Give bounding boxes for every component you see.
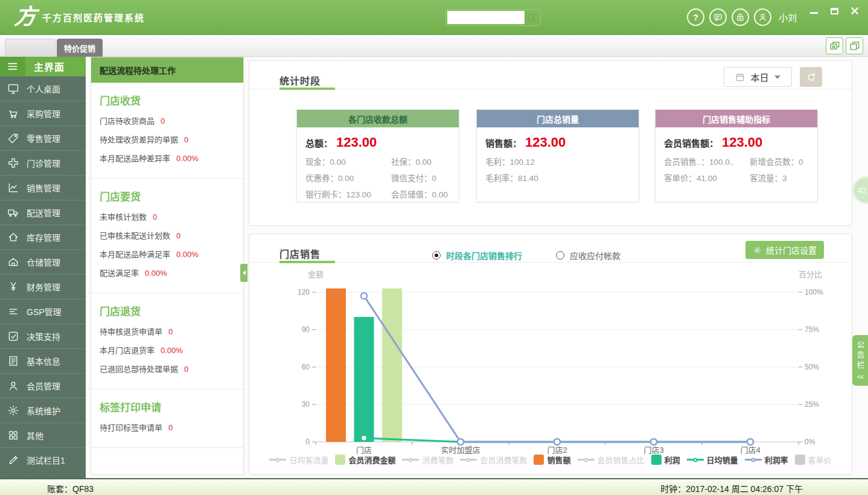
- tab-special-promo[interactable]: 特价促销: [57, 39, 103, 57]
- sidebar-item-13[interactable]: 系统维护: [0, 398, 86, 423]
- floating-badge[interactable]: 42: [852, 176, 868, 204]
- global-search: [445, 9, 541, 26]
- stat-card-0: 各门店收款总额 总额：123.00 现金：0.00社保：0.00优惠券：0.00…: [296, 109, 459, 202]
- legend-line-marker: [745, 459, 762, 461]
- svg-text:50%: 50%: [805, 363, 819, 371]
- task-item[interactable]: 配送满足率0.00%: [100, 267, 235, 278]
- hamburger-icon[interactable]: [0, 57, 25, 76]
- task-item[interactable]: 已退回总部待处理单据0: [100, 363, 235, 374]
- task-section-heading: 标签打印申请: [100, 399, 235, 414]
- sidebar-item-7[interactable]: 仓储管理: [0, 249, 86, 274]
- sidebar-item-9[interactable]: GSP管理: [0, 299, 86, 324]
- sidebar-item-label: 财务管理: [27, 281, 60, 293]
- sidebar-item-10[interactable]: 决策支持: [0, 324, 86, 348]
- calendar-icon: [735, 72, 745, 82]
- sidebar-item-15[interactable]: 测试栏目1: [0, 447, 86, 472]
- legend-item[interactable]: 会员消费金额: [335, 454, 395, 465]
- task-item[interactable]: 本月门店退货率0.00%: [100, 344, 235, 356]
- user-icon[interactable]: [754, 8, 771, 26]
- svg-text:金额: 金额: [308, 270, 324, 279]
- legend-item[interactable]: 利润: [651, 454, 680, 465]
- tab-placeholder[interactable]: [5, 39, 56, 57]
- sidebar-item-label: 会员管理: [27, 380, 60, 392]
- store-settings-button[interactable]: 统计门店设置: [745, 241, 824, 259]
- sidebar-item-6[interactable]: 库存管理: [0, 225, 86, 249]
- svg-text:75%: 75%: [805, 325, 819, 334]
- sidebar-item-label: 零售管理: [27, 132, 60, 144]
- sidebar-item-14[interactable]: 其他: [0, 423, 86, 447]
- close-all-windows-button[interactable]: [826, 37, 843, 54]
- sidebar-item-label: 配送管理: [27, 206, 60, 219]
- sidebar-item-5[interactable]: 配送管理: [0, 200, 86, 225]
- legend-square-marker: [651, 455, 662, 465]
- radio-sales-ranking[interactable]: 时段各门店销售排行: [432, 249, 522, 261]
- task-section: 门店收货 门店待收货商品0 待处理收货差异的单据0 本月配送品种差异率0.00%: [91, 83, 243, 179]
- svg-text:25%: 25%: [805, 400, 819, 409]
- help-icon[interactable]: ?: [687, 8, 704, 26]
- sidebar-item-8[interactable]: 财务管理: [0, 274, 86, 299]
- sidebar-menu: 个人桌面 采购管理 零售管理 门诊管理 销售管理 配送管理 库存管理 仓储管理 …: [0, 76, 86, 472]
- stat-card-title: 门店总销量: [477, 110, 639, 127]
- grid-icon: [0, 429, 27, 441]
- message-icon[interactable]: [709, 8, 727, 26]
- sidebar-item-3[interactable]: 门诊管理: [0, 150, 86, 175]
- task-item[interactable]: 本月配送品种差异率0.00%: [100, 152, 235, 164]
- refresh-icon: [806, 72, 817, 83]
- legend-item[interactable]: 会员消费笔数: [460, 454, 527, 465]
- card-detail-row: 银行刷卡：123.00会员储值：0.00: [305, 188, 450, 200]
- sidebar-header-label: 主界面: [25, 57, 86, 76]
- search-icon[interactable]: [525, 11, 539, 24]
- legend-item[interactable]: 消费笔数: [402, 454, 453, 465]
- card-main-label: 会员销售额：: [664, 136, 718, 149]
- cart-icon: [0, 107, 27, 120]
- lock-icon[interactable]: [732, 8, 749, 26]
- legend-item[interactable]: 日均客流量: [269, 454, 328, 465]
- truck-icon: [0, 206, 27, 219]
- task-item[interactable]: 待处理收货差异的单据0: [100, 133, 235, 145]
- sidebar-item-label: 库存管理: [27, 231, 60, 243]
- legend-item[interactable]: 销售额: [534, 454, 570, 465]
- legend-item[interactable]: 客单价: [795, 454, 832, 465]
- task-item[interactable]: 未审核计划数0: [100, 211, 235, 222]
- window-controls: [809, 5, 860, 17]
- notice-board-tab[interactable]: 公告栏 <<: [852, 335, 868, 386]
- legend-item[interactable]: 会员销售占比: [578, 454, 645, 465]
- radio-receivables[interactable]: 应收应付帐款: [556, 249, 621, 261]
- sidebar-item-0[interactable]: 个人桌面: [0, 76, 86, 101]
- sidebar-item-4[interactable]: 销售管理: [0, 175, 86, 200]
- radio-unselected-icon: [556, 251, 564, 260]
- task-item[interactable]: 门店待收货商品0: [100, 115, 235, 126]
- gsp-icon: [0, 305, 27, 318]
- legend-item[interactable]: 利润率: [745, 454, 788, 465]
- maximize-button[interactable]: [829, 6, 839, 16]
- tile-windows-button[interactable]: [846, 37, 863, 54]
- pencil-icon: [0, 454, 27, 466]
- username[interactable]: 小刘: [779, 11, 797, 24]
- task-item[interactable]: 待打印标签申请单0: [100, 421, 235, 433]
- legend-square-marker: [795, 455, 805, 465]
- sidebar-header[interactable]: 主界面: [0, 57, 86, 76]
- sidebar-item-11[interactable]: 基本信息: [0, 348, 86, 373]
- sidebar-item-12[interactable]: 会员管理: [0, 373, 86, 398]
- tag-icon: [0, 132, 27, 144]
- tab-bar: 特价促销: [0, 35, 868, 57]
- card-main-value: 123.00: [722, 135, 762, 150]
- task-item[interactable]: 待审核退货申请单0: [100, 325, 235, 337]
- task-item[interactable]: 本月配送品种满足率0.00%: [100, 248, 235, 260]
- chart-icon: [0, 182, 27, 194]
- chevron-left-icon: [243, 270, 246, 275]
- task-item[interactable]: 已审核未配送计划数0: [100, 229, 235, 241]
- chart-legend: 日均客流量会员消费金额消费笔数会员消费笔数销售额会员销售占比利润日均销量利润率客…: [249, 454, 852, 465]
- legend-item[interactable]: 日均销量: [687, 454, 738, 465]
- sidebar-item-2[interactable]: 零售管理: [0, 126, 86, 150]
- global-search-input[interactable]: [447, 11, 525, 24]
- svg-text:0: 0: [305, 438, 310, 446]
- close-button[interactable]: [850, 6, 860, 16]
- sidebar-item-label: 个人桌面: [27, 83, 60, 95]
- svg-text:100%: 100%: [805, 288, 823, 296]
- refresh-button[interactable]: [800, 67, 822, 87]
- collapse-tasks-button[interactable]: [240, 264, 247, 282]
- minimize-button[interactable]: [809, 6, 819, 16]
- period-select[interactable]: 本日: [724, 67, 792, 87]
- sidebar-item-1[interactable]: 采购管理: [0, 101, 86, 126]
